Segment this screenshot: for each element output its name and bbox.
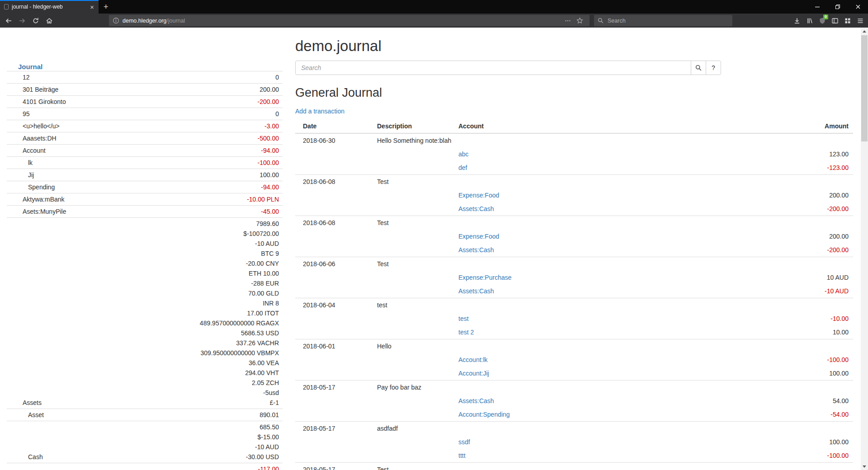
url-domain: demo.hledger.org <box>123 18 166 24</box>
posting-account-link[interactable]: ssdf <box>458 438 470 446</box>
account-name[interactable] <box>7 463 122 470</box>
back-icon[interactable] <box>2 14 15 27</box>
transaction-row[interactable]: 2018-05-17Test <box>295 463 853 470</box>
posting-amount: 200.00 <box>717 188 853 202</box>
account-name[interactable]: Aaasets:DH <box>7 132 122 145</box>
posting-account-link[interactable]: Expense:Purchase <box>458 274 512 281</box>
journal-search-input[interactable] <box>295 61 691 75</box>
posting-account-link[interactable]: Assets:Cash <box>458 287 494 295</box>
account-balance: 890.01 <box>122 409 283 421</box>
posting-amount: -100.00 <box>717 353 853 367</box>
posting-account-link[interactable]: tttt <box>458 452 466 459</box>
add-transaction-link[interactable]: Add a transaction <box>295 107 344 116</box>
home-icon[interactable] <box>43 14 56 27</box>
transaction-row[interactable]: 2018-05-17Pay foo bar baz <box>295 381 853 395</box>
account-name[interactable]: Aktywa:mBank <box>7 193 122 206</box>
journal-link[interactable]: Journal <box>18 63 283 71</box>
menu-hamburger-icon[interactable] <box>854 14 867 27</box>
adblocker-extension-icon[interactable]: 0 <box>816 14 829 27</box>
account-name[interactable]: 301 Beiträge <box>7 84 122 96</box>
balance-amount: 70.00 GLD <box>122 288 279 298</box>
account-name[interactable]: Jij <box>7 169 122 181</box>
sidebar-toggle-icon[interactable] <box>829 14 841 27</box>
sidebar-account-row: <u>hello</u>-3.00 <box>7 120 283 132</box>
posting-row: Account:lk-100.00 <box>295 353 853 367</box>
posting-account-link[interactable]: Expense:Food <box>458 192 499 199</box>
transaction-row[interactable]: 2018-06-01Hello <box>295 339 853 353</box>
site-info-icon[interactable] <box>113 17 119 24</box>
balance-amount: £-1 <box>122 398 279 408</box>
posting-account-link[interactable]: Expense:Food <box>458 233 499 240</box>
account-name[interactable]: 12 <box>7 71 122 84</box>
account-name[interactable]: Spending <box>7 181 122 193</box>
search-button[interactable] <box>691 61 706 75</box>
balance-amount: -3.00 <box>122 121 279 131</box>
browser-tab[interactable]: journal - hledger-web × <box>0 0 99 14</box>
transaction-description: Test <box>377 216 458 230</box>
page-actions-icon[interactable] <box>562 18 574 24</box>
account-name[interactable]: Account <box>7 145 122 157</box>
posting-account-link[interactable]: test 2 <box>458 329 474 336</box>
restore-button[interactable] <box>827 0 848 14</box>
account-name[interactable]: Asets:MunyPile <box>7 206 122 218</box>
reload-icon[interactable] <box>29 14 42 27</box>
forward-icon[interactable] <box>16 14 28 27</box>
minimize-button[interactable] <box>807 0 827 14</box>
section-title: General Journal <box>295 86 853 99</box>
posting-account-link[interactable]: Assets:Cash <box>458 397 494 404</box>
balance-amount: 294.00 VHT <box>122 368 279 378</box>
posting-amount: 54.00 <box>717 394 853 408</box>
transaction-description: Pay foo bar baz <box>377 381 458 395</box>
transaction-description: asdfadf <box>377 422 458 436</box>
transaction-row[interactable]: 2018-06-08Test <box>295 216 853 230</box>
posting-account-link[interactable]: Account:Jij <box>458 370 489 377</box>
account-name[interactable]: lk <box>7 157 122 169</box>
account-name[interactable]: Cash <box>7 421 122 463</box>
posting-row: Account:Jij100.00 <box>295 367 853 381</box>
transaction-row[interactable]: 2018-06-30Hello Something note:blah <box>295 133 853 147</box>
downloads-icon[interactable] <box>791 14 803 27</box>
posting-account-link[interactable]: test <box>458 315 469 322</box>
transaction-row[interactable]: 2018-06-06Test <box>295 257 853 271</box>
close-window-button[interactable] <box>848 0 868 14</box>
account-name[interactable]: <u>hello</u> <box>7 120 122 132</box>
posting-account-link[interactable]: Assets:Cash <box>458 205 494 212</box>
posting-account-link[interactable]: abc <box>458 150 469 158</box>
scrollbar-thumb[interactable] <box>861 35 868 141</box>
transaction-row[interactable]: 2018-05-17asdfadf <box>295 422 853 436</box>
account-balance: -94.00 <box>122 181 283 193</box>
balance-amount: 2.05 ZCH <box>122 378 279 388</box>
url-bar[interactable]: demo.hledger.org/journal <box>109 15 590 26</box>
account-name[interactable]: Assets <box>7 218 122 409</box>
sidebar-account-row: Jij100.00 <box>7 169 283 181</box>
browser-search-bar[interactable] <box>594 15 732 26</box>
transaction-row[interactable]: 2018-06-08Test <box>295 175 853 189</box>
tab-close-icon[interactable]: × <box>89 4 95 10</box>
posting-account-link[interactable]: Account:lk <box>458 356 488 363</box>
browser-search-input[interactable] <box>607 17 729 24</box>
transaction-row[interactable]: 2018-06-04test <box>295 298 853 312</box>
posting-account-link[interactable]: def <box>458 164 467 171</box>
sidebar-account-row: Asets:MunyPile-45.00 <box>7 206 283 218</box>
search-help-button[interactable]: ? <box>706 61 721 75</box>
posting-row: tttt-100.00 <box>295 449 853 463</box>
account-balance: -94.00 <box>122 145 283 157</box>
account-name[interactable]: Asset <box>7 409 122 421</box>
balance-amount: -94.00 <box>122 146 279 155</box>
account-balance: -200.00 <box>122 96 283 108</box>
posting-account-link[interactable]: Account:Spending <box>458 411 510 418</box>
library-icon[interactable] <box>803 14 816 27</box>
transaction-date: 2018-06-30 <box>295 133 377 147</box>
posting-amount: -200.00 <box>717 243 853 257</box>
account-name[interactable]: 95 <box>7 108 122 120</box>
page-scrollbar[interactable] <box>861 28 868 470</box>
new-tab-button[interactable]: + <box>99 0 113 14</box>
journal-header-row: Date Description Account Amount <box>295 119 853 133</box>
column-header-description: Description <box>377 119 458 133</box>
posting-account-link[interactable]: Assets:Cash <box>458 246 494 254</box>
scroll-up-icon[interactable] <box>861 28 868 35</box>
apps-grid-icon[interactable] <box>841 14 854 27</box>
bookmark-star-icon[interactable] <box>574 17 586 24</box>
account-balance: 200.00 <box>122 84 283 96</box>
account-name[interactable]: 4101 Girokonto <box>7 96 122 108</box>
